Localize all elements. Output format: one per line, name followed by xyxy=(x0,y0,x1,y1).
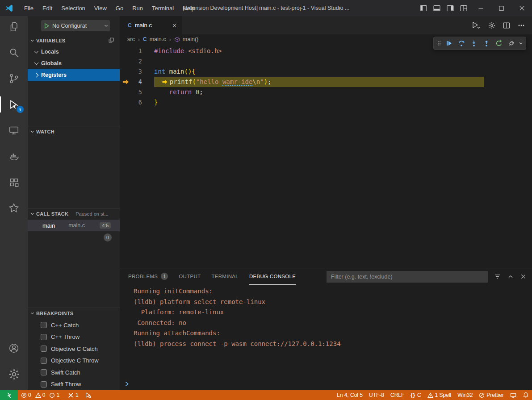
debug-status-icon[interactable] xyxy=(82,390,94,400)
panel-tab-terminal[interactable]: TERMINAL xyxy=(211,268,239,285)
activity-search[interactable] xyxy=(0,42,28,63)
disconnect-button[interactable] xyxy=(505,37,518,50)
breakpoint-checkbox[interactable] xyxy=(41,334,47,340)
menu-edit[interactable]: Edit xyxy=(38,0,57,16)
maximize-panel-icon[interactable] xyxy=(507,274,514,280)
code-line-3[interactable]: 3int main(){ xyxy=(120,67,532,77)
toggle-primary-sidebar-icon[interactable] xyxy=(417,0,430,16)
activity-remote-explorer[interactable] xyxy=(0,120,28,141)
variables-item-locals[interactable]: Locals xyxy=(28,46,120,58)
accounts-icon[interactable] xyxy=(0,338,28,359)
breakpoint-checkbox[interactable] xyxy=(41,381,47,388)
debug-repl-input[interactable] xyxy=(124,381,130,387)
breakpoint-objective-c-throw[interactable]: Objective C Throw xyxy=(28,355,120,367)
activity-extensions[interactable] xyxy=(0,171,28,193)
breadcrumb-src[interactable]: src xyxy=(127,36,135,42)
activity-run-and-debug[interactable]: 1 xyxy=(0,94,28,115)
code-line-5[interactable]: 5 return 0; xyxy=(120,87,532,97)
variables-item-globals[interactable]: Globals xyxy=(28,58,120,69)
breakpoint-c-throw[interactable]: C++ Throw xyxy=(28,331,120,343)
step-into-button[interactable] xyxy=(468,37,480,50)
remote-indicator[interactable] xyxy=(0,390,18,400)
breakpoint-checkbox[interactable] xyxy=(41,322,47,328)
run-or-debug-button[interactable] xyxy=(471,21,481,29)
menu-terminal[interactable]: Terminal xyxy=(147,0,178,16)
filter-icon[interactable] xyxy=(494,273,501,280)
breakpoint-swift-throw[interactable]: Swift Throw xyxy=(28,379,120,391)
tasks-status[interactable]: 1 xyxy=(65,390,82,400)
tab-main-c[interactable]: C main.c × xyxy=(120,16,182,34)
gear-icon[interactable] xyxy=(488,22,495,29)
start-debugging-button[interactable] xyxy=(44,23,50,29)
code-line-6[interactable]: 6} xyxy=(120,97,532,108)
panel-tab-problems[interactable]: PROBLEMS1 xyxy=(128,268,168,285)
drag-handle-icon[interactable] xyxy=(436,37,443,50)
console-filter-input[interactable] xyxy=(327,271,488,283)
menu-file[interactable]: File xyxy=(20,0,38,16)
formatter-status[interactable]: Prettier xyxy=(476,390,507,400)
toggle-secondary-sidebar-icon[interactable] xyxy=(444,0,457,16)
cursor-position[interactable]: Ln 4, Col 5 xyxy=(334,390,366,400)
formatter-label: Prettier xyxy=(486,392,504,398)
toggle-panel-icon[interactable] xyxy=(430,0,444,16)
breadcrumb-main-function[interactable]: main() xyxy=(183,36,198,42)
restart-button[interactable] xyxy=(493,37,505,50)
menu-view[interactable]: View xyxy=(90,0,111,16)
breakpoint-checkbox[interactable] xyxy=(41,358,47,364)
debug-config-dropdown[interactable]: No Configurat xyxy=(50,23,107,29)
gutter[interactable]: 5 xyxy=(120,87,154,97)
watch-section-header[interactable]: WATCH xyxy=(28,126,120,137)
variables-item-registers[interactable]: Registers xyxy=(28,69,120,81)
gutter[interactable]: 2 xyxy=(120,56,154,67)
breakpoint-checkbox[interactable] xyxy=(41,346,47,352)
close-window-button[interactable] xyxy=(511,0,532,16)
maximize-button[interactable] xyxy=(491,0,511,16)
minimize-button[interactable] xyxy=(470,0,491,16)
customize-layout-icon[interactable] xyxy=(457,0,470,16)
chevron-down-icon xyxy=(31,129,34,133)
breadcrumb-main-c[interactable]: main.c xyxy=(150,36,166,42)
language-mode[interactable]: {} C xyxy=(407,390,424,400)
code-line-4[interactable]: 4 printf("hello wamr-ide\n"); xyxy=(120,77,532,87)
breakpoint-swift-catch[interactable]: Swift Catch xyxy=(28,367,120,379)
menu-run[interactable]: Run xyxy=(128,0,147,16)
breakpoint-objective-c-catch[interactable]: Objective C Catch xyxy=(28,343,120,355)
spell-status[interactable]: 1 Spell xyxy=(424,390,455,400)
gutter[interactable]: 4 xyxy=(120,77,154,87)
close-tab-icon[interactable]: × xyxy=(171,21,178,29)
gutter[interactable]: 6 xyxy=(120,97,154,108)
step-out-button[interactable] xyxy=(480,37,493,50)
settings-gear-icon[interactable] xyxy=(0,363,28,385)
panel-tab-debug-console[interactable]: DEBUG CONSOLE xyxy=(249,268,296,285)
breakpoint-checkbox[interactable] xyxy=(41,369,47,375)
breakpoints-section-header[interactable]: BREAKPOINTS xyxy=(28,308,120,319)
variables-section-header[interactable]: VARIABLES xyxy=(28,35,120,46)
continue-button[interactable] xyxy=(443,37,455,50)
code-line-2[interactable]: 2 xyxy=(120,56,532,67)
platform-status[interactable]: Win32 xyxy=(454,390,476,400)
notifications-bell-icon[interactable] xyxy=(519,390,532,400)
collapse-all-icon[interactable] xyxy=(108,37,114,43)
problems-status[interactable]: 0 0 1 xyxy=(18,390,65,400)
activity-docker[interactable] xyxy=(0,146,28,167)
more-actions-button[interactable] xyxy=(518,22,525,29)
panel-tab-output[interactable]: OUTPUT xyxy=(179,268,201,285)
activity-source-control[interactable] xyxy=(0,68,28,89)
c-file-icon: C xyxy=(143,36,147,42)
close-panel-icon[interactable] xyxy=(520,274,526,279)
activity-favorites[interactable] xyxy=(0,197,28,219)
screen-share-icon[interactable] xyxy=(507,390,519,400)
encoding-status[interactable]: UTF-8 xyxy=(366,390,387,400)
activity-explorer[interactable] xyxy=(0,16,28,38)
split-editor-button[interactable] xyxy=(503,22,510,29)
gutter[interactable]: 1 xyxy=(120,46,154,56)
call-stack-frame[interactable]: main main.c 4:5 xyxy=(28,220,120,231)
chevron-down-icon[interactable] xyxy=(518,37,524,50)
call-stack-section-header[interactable]: CALL STACK Paused on st... xyxy=(28,208,120,219)
menu-go[interactable]: Go xyxy=(111,0,128,16)
eol-status[interactable]: CRLF xyxy=(387,390,407,400)
breakpoint-c-catch[interactable]: C++ Catch xyxy=(28,319,120,331)
menu-selection[interactable]: Selection xyxy=(57,0,89,16)
gutter[interactable]: 3 xyxy=(120,67,154,77)
step-over-button[interactable] xyxy=(455,37,468,50)
